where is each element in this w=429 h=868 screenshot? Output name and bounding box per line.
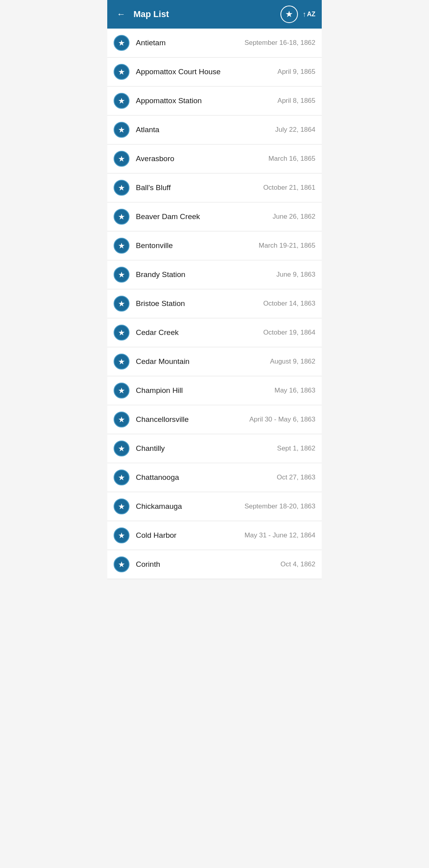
battle-star-icon: ★ — [114, 470, 129, 485]
battle-star-icon: ★ — [114, 93, 129, 109]
battle-name: Bentonville — [136, 241, 259, 250]
battle-star-icon: ★ — [114, 209, 129, 225]
battle-star-icon: ★ — [114, 383, 129, 398]
battle-name: Atlanta — [136, 125, 275, 134]
battle-star-icon: ★ — [114, 498, 129, 514]
battle-date: April 8, 1865 — [278, 97, 315, 105]
list-item[interactable]: ★ Cold Harbor May 31 - June 12, 1864 — [107, 521, 322, 550]
battle-name: Corinth — [136, 560, 280, 569]
battle-star-icon: ★ — [114, 556, 129, 572]
battle-star-icon: ★ — [114, 151, 129, 167]
battle-name: Antietam — [136, 38, 244, 47]
battle-date: October 19, 1864 — [263, 329, 315, 337]
sort-label: AZ — [307, 11, 315, 18]
battle-date: September 16-18, 1862 — [244, 39, 315, 47]
battle-name: Appomattox Court House — [136, 67, 278, 76]
battle-name: Averasboro — [136, 154, 269, 163]
battle-date: September 18-20, 1863 — [244, 502, 315, 510]
battle-star-icon: ★ — [114, 527, 129, 543]
battle-date: Oct 27, 1863 — [277, 473, 315, 481]
star-filter-button[interactable]: ★ — [280, 6, 298, 23]
battle-name: Champion Hill — [136, 386, 274, 395]
battle-date: Sept 1, 1862 — [277, 445, 315, 452]
back-button[interactable]: ← — [114, 8, 129, 21]
battle-star-icon: ★ — [114, 180, 129, 196]
battle-star-icon: ★ — [114, 64, 129, 80]
list-item[interactable]: ★ Bristoe Station October 14, 1863 — [107, 289, 322, 318]
list-item[interactable]: ★ Bentonville March 19-21, 1865 — [107, 231, 322, 260]
battle-date: March 16, 1865 — [269, 155, 315, 163]
sort-arrow-icon: ↑ — [303, 10, 306, 19]
list-item[interactable]: ★ Averasboro March 16, 1865 — [107, 144, 322, 173]
battle-star-icon: ★ — [114, 441, 129, 456]
battle-star-icon: ★ — [114, 412, 129, 427]
list-item[interactable]: ★ Brandy Station June 9, 1863 — [107, 260, 322, 289]
list-item[interactable]: ★ Chantilly Sept 1, 1862 — [107, 434, 322, 463]
battle-name: Chantilly — [136, 444, 277, 453]
battle-date: Oct 4, 1862 — [280, 560, 315, 568]
list-item[interactable]: ★ Antietam September 16-18, 1862 — [107, 29, 322, 58]
list-item[interactable]: ★ Chancellorsville April 30 - May 6, 186… — [107, 405, 322, 434]
battle-name: Cedar Mountain — [136, 357, 270, 366]
battle-star-icon: ★ — [114, 354, 129, 370]
list-item[interactable]: ★ Appomattox Court House April 9, 1865 — [107, 58, 322, 87]
battle-date: October 14, 1863 — [263, 300, 315, 308]
list-item[interactable]: ★ Champion Hill May 16, 1863 — [107, 376, 322, 405]
battle-name: Brandy Station — [136, 270, 276, 279]
battle-name: Cold Harbor — [136, 531, 244, 540]
battle-date: May 16, 1863 — [274, 387, 315, 395]
battles-list: ★ Antietam September 16-18, 1862 ★ Appom… — [107, 29, 322, 579]
battle-name: Chattanooga — [136, 473, 277, 482]
page-title: Map List — [133, 9, 276, 19]
battle-date: October 21, 1861 — [263, 184, 315, 192]
battle-star-icon: ★ — [114, 238, 129, 254]
list-item[interactable]: ★ Chattanooga Oct 27, 1863 — [107, 463, 322, 492]
battle-date: May 31 - June 12, 1864 — [244, 531, 315, 539]
battle-name: Beaver Dam Creek — [136, 212, 272, 221]
header: ← Map List ★ ↑ AZ — [107, 0, 322, 29]
list-item[interactable]: ★ Corinth Oct 4, 1862 — [107, 550, 322, 579]
battle-name: Chancellorsville — [136, 415, 249, 424]
battle-date: June 9, 1863 — [276, 271, 315, 279]
battle-date: August 9, 1862 — [270, 358, 315, 366]
battle-name: Chickamauga — [136, 502, 244, 511]
battle-star-icon: ★ — [114, 122, 129, 138]
list-item[interactable]: ★ Ball's Bluff October 21, 1861 — [107, 173, 322, 202]
star-icon: ★ — [285, 9, 293, 19]
battle-name: Bristoe Station — [136, 299, 263, 308]
battle-star-icon: ★ — [114, 296, 129, 312]
battle-date: April 9, 1865 — [278, 68, 315, 76]
battle-date: July 22, 1864 — [275, 126, 315, 134]
battle-name: Appomattox Station — [136, 96, 278, 105]
battle-date: March 19-21, 1865 — [259, 242, 315, 250]
list-item[interactable]: ★ Appomattox Station April 8, 1865 — [107, 87, 322, 115]
battle-date: April 30 - May 6, 1863 — [249, 416, 315, 423]
list-item[interactable]: ★ Cedar Mountain August 9, 1862 — [107, 347, 322, 376]
list-item[interactable]: ★ Beaver Dam Creek June 26, 1862 — [107, 202, 322, 231]
list-item[interactable]: ★ Chickamauga September 18-20, 1863 — [107, 492, 322, 521]
battle-name: Ball's Bluff — [136, 183, 263, 192]
battle-star-icon: ★ — [114, 325, 129, 341]
battle-date: June 26, 1862 — [272, 213, 315, 221]
battle-star-icon: ★ — [114, 267, 129, 283]
list-item[interactable]: ★ Cedar Creek October 19, 1864 — [107, 318, 322, 347]
sort-button[interactable]: ↑ AZ — [303, 10, 315, 19]
battle-name: Cedar Creek — [136, 328, 263, 337]
battle-star-icon: ★ — [114, 35, 129, 51]
list-item[interactable]: ★ Atlanta July 22, 1864 — [107, 115, 322, 144]
